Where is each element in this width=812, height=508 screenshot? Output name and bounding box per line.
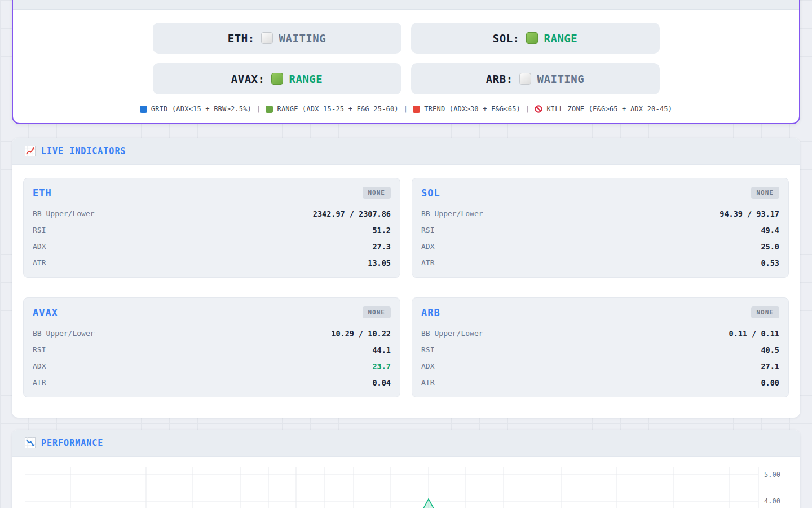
asset-name: ARB bbox=[421, 307, 440, 318]
indicator-row: ADX 25.0 bbox=[421, 238, 779, 255]
asset-status-pill-avax: AVAX: RANGE bbox=[153, 63, 401, 94]
legend-label: GRID (ADX<15 + BBW≥2.5%) bbox=[151, 105, 251, 113]
live-indicators-header: LIVE INDICATORS bbox=[12, 138, 800, 165]
indicator-cards-grid: ETH NONE BB Upper/Lower 2342.97 / 2307.8… bbox=[12, 165, 800, 397]
signal-badge: NONE bbox=[751, 187, 780, 199]
red-square-icon bbox=[413, 106, 420, 113]
signal-badge: NONE bbox=[363, 187, 391, 199]
chart-decreasing-icon bbox=[25, 437, 36, 448]
indicator-card-eth: ETH NONE BB Upper/Lower 2342.97 / 2307.8… bbox=[23, 178, 400, 278]
asset-label: SOL: bbox=[493, 32, 520, 45]
asset-status-pill-eth: ETH: WAITING bbox=[153, 23, 401, 54]
indicator-row: ADX 27.3 bbox=[33, 238, 391, 255]
asset-status-pill-sol: SOL: RANGE bbox=[411, 23, 660, 54]
indicator-row: ATR 13.05 bbox=[33, 255, 391, 271]
asset-label: ETH: bbox=[228, 32, 255, 45]
indicator-row: ADX 23.7 bbox=[33, 358, 391, 374]
no-entry-icon bbox=[535, 105, 542, 113]
indicator-row: ATR 0.53 bbox=[421, 255, 779, 271]
asset-name: ETH bbox=[33, 187, 52, 199]
legend-item-range: RANGE (ADX 15-25 + F&G 25-60) bbox=[266, 105, 398, 113]
indicator-card-sol: SOL NONE BB Upper/Lower 94.39 / 93.17 RS… bbox=[412, 178, 789, 278]
asset-status-grid: ETH: WAITING SOL: RANGE AVAX: RANGE ARB:… bbox=[153, 23, 660, 94]
indicator-card-avax: AVAX NONE BB Upper/Lower 10.29 / 10.22 R… bbox=[23, 297, 400, 397]
indicator-row: BB Upper/Lower 10.29 / 10.22 bbox=[33, 325, 391, 341]
asset-name: AVAX bbox=[33, 307, 58, 318]
green-square-icon bbox=[271, 73, 283, 85]
blue-square-icon bbox=[140, 106, 147, 113]
regime-legend: GRID (ADX<15 + BBW≥2.5%) | RANGE (ADX 15… bbox=[13, 105, 799, 113]
indicator-card-arb: ARB NONE BB Upper/Lower 0.11 / 0.11 RSI … bbox=[412, 297, 789, 397]
performance-chart-canvas: 5.004.00 bbox=[25, 467, 798, 508]
white-square-icon bbox=[519, 73, 531, 85]
section-title: PERFORMANCE bbox=[41, 438, 103, 448]
indicator-row: RSI 40.5 bbox=[421, 341, 779, 358]
indicator-row: RSI 51.2 bbox=[33, 222, 391, 238]
indicator-row: BB Upper/Lower 2342.97 / 2307.86 bbox=[33, 205, 391, 222]
legend-label: TREND (ADX>30 + F&G<65) bbox=[424, 105, 520, 113]
svg-text:5.00: 5.00 bbox=[764, 471, 780, 479]
indicator-row: BB Upper/Lower 94.39 / 93.17 bbox=[421, 205, 779, 222]
indicator-row: RSI 44.1 bbox=[33, 341, 391, 358]
green-square-icon bbox=[526, 32, 538, 44]
signal-status-panel: ETH: WAITING SOL: RANGE AVAX: RANGE ARB:… bbox=[12, 0, 800, 124]
chart-increasing-icon bbox=[25, 146, 36, 156]
indicator-row: BB Upper/Lower 0.11 / 0.11 bbox=[421, 325, 779, 341]
asset-label: AVAX: bbox=[231, 73, 265, 85]
indicator-row: ATR 0.00 bbox=[421, 374, 779, 391]
green-square-icon bbox=[266, 106, 273, 113]
live-indicators-section: LIVE INDICATORS ETH NONE BB Upper/Lower … bbox=[12, 138, 800, 418]
asset-name: SOL bbox=[421, 187, 440, 199]
signal-badge: NONE bbox=[751, 306, 780, 318]
svg-text:4.00: 4.00 bbox=[764, 497, 780, 505]
indicator-row: RSI 49.4 bbox=[421, 222, 779, 238]
asset-label: ARB: bbox=[486, 73, 513, 85]
status-text: WAITING bbox=[279, 32, 326, 45]
status-text: RANGE bbox=[289, 73, 323, 85]
signal-badge: NONE bbox=[363, 306, 391, 318]
status-text: WAITING bbox=[537, 73, 585, 85]
performance-header: PERFORMANCE bbox=[12, 430, 800, 457]
legend-item-trend: TREND (ADX>30 + F&G<65) bbox=[413, 105, 520, 113]
legend-label: KILL ZONE (F&G>65 + ADX 20-45) bbox=[546, 105, 672, 113]
indicator-row: ADX 27.1 bbox=[421, 358, 779, 374]
status-panel-header bbox=[13, 0, 799, 10]
asset-status-pill-arb: ARB: WAITING bbox=[411, 63, 660, 94]
performance-section: PERFORMANCE 5.004.00 bbox=[12, 430, 800, 508]
indicator-row: ATR 0.04 bbox=[33, 374, 391, 391]
legend-separator: | bbox=[526, 105, 529, 113]
legend-separator: | bbox=[257, 105, 261, 113]
section-title: LIVE INDICATORS bbox=[41, 146, 126, 156]
performance-chart: 5.004.00 bbox=[12, 457, 800, 508]
legend-item-grid: GRID (ADX<15 + BBW≥2.5%) bbox=[140, 105, 251, 113]
legend-item-kill-zone: KILL ZONE (F&G>65 + ADX 20-45) bbox=[535, 105, 672, 113]
legend-label: RANGE (ADX 15-25 + F&G 25-60) bbox=[277, 105, 398, 113]
status-text: RANGE bbox=[544, 32, 578, 45]
legend-separator: | bbox=[404, 105, 408, 113]
white-square-icon bbox=[261, 32, 273, 44]
